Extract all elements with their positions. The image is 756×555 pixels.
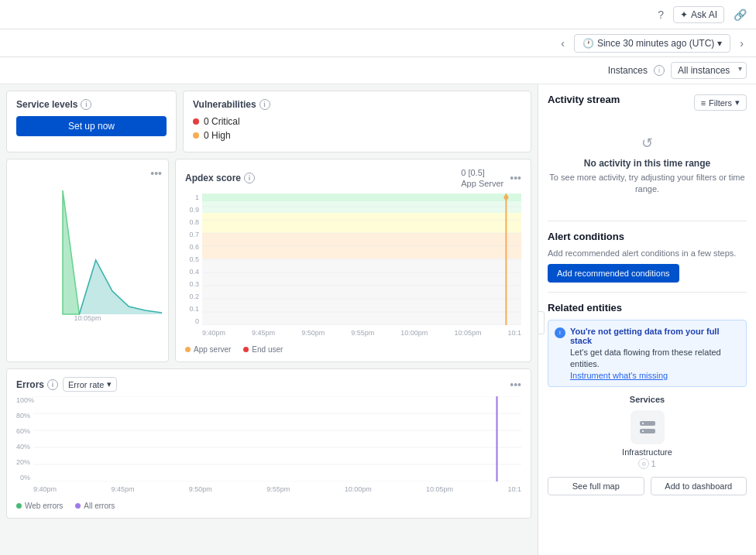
not-getting-content: You're not getting data from your full s… <box>570 327 740 380</box>
service-levels-title: Service levels i <box>16 99 167 110</box>
apdex-title: Apdex score i <box>185 173 255 183</box>
errors-chart-area: 100% 80% 60% 40% 20% 0% <box>16 396 521 497</box>
top-row: Service levels i Set up now Vulnerabilit… <box>6 91 531 152</box>
instances-info-icon[interactable]: i <box>654 65 665 76</box>
refresh-icon: ↺ <box>548 135 747 152</box>
infra-count: ○ 1 <box>638 458 655 469</box>
errors-y-axis: 100% 80% 60% 40% 20% 0% <box>16 396 30 481</box>
vulnerabilities-card: Vulnerabilities i 0 Critical 0 High <box>183 91 531 152</box>
errors-info-icon[interactable]: i <box>47 379 58 390</box>
error-rate-chevron: ▾ <box>107 379 112 389</box>
filter-chevron: ▾ <box>735 98 740 108</box>
svg-point-19 <box>503 195 508 200</box>
legend-app-server-dot <box>185 347 191 352</box>
svg-rect-3 <box>202 194 521 201</box>
vulnerabilities-title: Vulnerabilities i <box>193 99 521 110</box>
service-levels-card: Service levels i Set up now <box>6 91 177 152</box>
instances-bar: Instances i All instances <box>0 57 756 84</box>
infrastructure-icon <box>631 410 665 444</box>
legend-web-errors: Web errors <box>16 502 63 510</box>
high-dot <box>193 132 199 139</box>
legend-web-dot <box>16 503 22 509</box>
apdex-x-axis: 9:40pm 9:45pm 9:50pm 9:55pm 10:00pm 10:0… <box>202 325 521 341</box>
svg-rect-4 <box>202 201 521 213</box>
add-conditions-button[interactable]: Add recommended conditions <box>548 264 679 283</box>
related-entities-section: Related entities i You're not getting da… <box>548 302 747 495</box>
instances-select[interactable]: All instances <box>671 62 747 79</box>
top-bar: ? ✦ Ask AI 🔗 <box>0 0 756 29</box>
svg-rect-7 <box>202 259 521 325</box>
svg-rect-6 <box>202 233 521 259</box>
errors-header: Errors i Error rate ▾ ••• <box>16 377 521 392</box>
legend-all-dot <box>75 503 81 509</box>
count-circle: ○ <box>638 458 649 469</box>
apdex-svg-wrap <box>202 194 521 325</box>
link-icon[interactable]: 🔗 <box>734 9 747 21</box>
alert-conditions-section: Alert conditions Add recommended alert c… <box>548 231 747 283</box>
filters-button[interactable]: ≡ Filters ▾ <box>694 94 747 111</box>
divider-2 <box>548 292 747 293</box>
collapse-button[interactable]: › <box>538 311 545 334</box>
ask-ai-button[interactable]: ✦ Ask AI <box>673 6 724 23</box>
chevron-down-icon: ▾ <box>717 38 722 49</box>
top-charts-row: ••• 10:05pm <box>6 159 531 368</box>
filter-icon: ≡ <box>701 98 706 108</box>
right-panel: › Activity stream ≡ Filters ▾ ↺ No activ… <box>538 84 756 555</box>
legend-app-server: App server <box>185 345 231 354</box>
svg-point-30 <box>642 430 644 432</box>
critical-vuln: 0 Critical <box>193 116 521 127</box>
instances-select-wrap: All instances <box>671 62 747 79</box>
mini-chart-svg <box>13 183 162 322</box>
time-range-button[interactable]: 🕐 Since 30 minutes ago (UTC) ▾ <box>574 34 730 53</box>
instrument-link[interactable]: Instrument what's missing <box>570 371 668 380</box>
main-layout: Service levels i Set up now Vulnerabilit… <box>0 84 756 555</box>
error-rate-button[interactable]: Error rate ▾ <box>63 377 116 392</box>
divider-1 <box>548 221 747 221</box>
errors-left: Errors i Error rate ▾ <box>16 377 117 392</box>
errors-svg <box>33 396 521 481</box>
time-prev-button[interactable]: ‹ <box>558 36 568 51</box>
svg-point-29 <box>642 423 644 424</box>
see-full-map-button[interactable]: See full map <box>548 477 644 495</box>
errors-more-icon[interactable]: ••• <box>510 379 521 391</box>
errors-x-axis: 9:40pm 9:45pm 9:50pm 9:55pm 10:00pm 10:0… <box>33 481 521 497</box>
apdex-card: Apdex score i 0 [0.5] App Server ••• <box>175 159 531 362</box>
legend-end-user: End user <box>243 345 283 354</box>
map-buttons: See full map Add to dashboard <box>548 477 747 495</box>
svg-marker-2 <box>79 260 162 314</box>
clock-icon: 🕐 <box>582 38 594 49</box>
service-levels-info-icon[interactable]: i <box>81 99 91 110</box>
no-activity-section: ↺ No activity in this time range To see … <box>548 119 747 211</box>
not-getting-data-banner: i You're not getting data from your full… <box>548 320 747 387</box>
apdex-score-wrap: 0 [0.5] App Server <box>461 167 503 189</box>
setup-now-button[interactable]: Set up now <box>16 116 167 136</box>
apdex-y-axis: 1 0.9 0.8 0.7 0.6 0.5 0.4 0.3 0.2 0.1 0 <box>185 194 199 325</box>
apdex-more-icon[interactable]: ••• <box>510 172 521 184</box>
apdex-info-icon[interactable]: i <box>244 173 255 183</box>
mini-x-label: 10:05pm <box>13 314 162 322</box>
errors-legend: Web errors All errors <box>16 502 521 510</box>
mini-chart-area: 10:05pm <box>13 183 162 322</box>
apdex-legend: App server End user <box>185 345 521 354</box>
instances-label: Instances <box>608 65 648 76</box>
activity-stream-header: Activity stream ≡ Filters ▾ <box>548 94 747 111</box>
errors-svg-wrap <box>33 396 521 481</box>
errors-card: Errors i Error rate ▾ ••• 100% 80% 60% <box>6 368 531 519</box>
infrastructure-entity: Infrastructure ○ 1 <box>548 410 747 469</box>
errors-title: Errors i <box>16 379 58 390</box>
add-to-dashboard-button[interactable]: Add to dashboard <box>651 477 747 495</box>
help-icon[interactable]: ? <box>658 9 664 21</box>
critical-dot <box>193 118 199 125</box>
ai-icon: ✦ <box>680 9 688 20</box>
apdex-svg <box>202 194 521 325</box>
left-panel: Service levels i Set up now Vulnerabilit… <box>0 84 538 555</box>
vulnerabilities-info-icon[interactable]: i <box>259 99 270 110</box>
legend-all-errors: All errors <box>75 502 115 510</box>
time-next-button[interactable]: › <box>737 36 747 51</box>
not-getting-info-icon: i <box>555 327 565 338</box>
mini-chart-more-icon[interactable]: ••• <box>150 167 162 180</box>
legend-end-user-dot <box>243 347 249 352</box>
apdex-right: 0 [0.5] App Server ••• <box>461 167 521 189</box>
apdex-header: Apdex score i 0 [0.5] App Server ••• <box>185 167 521 189</box>
svg-rect-5 <box>202 213 521 233</box>
